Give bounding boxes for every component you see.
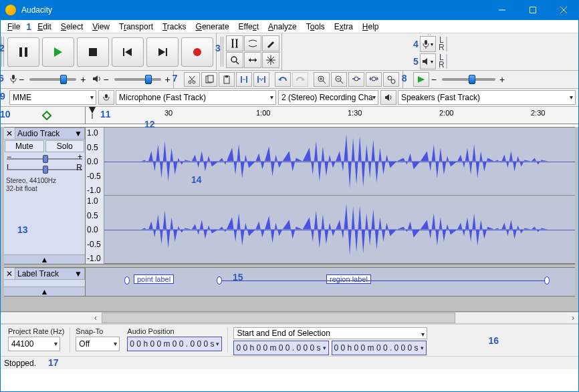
zoom-out-button[interactable]	[331, 72, 347, 87]
track-close-button[interactable]: ✕	[4, 129, 15, 138]
toolbar-grip[interactable]	[428, 34, 431, 35]
svg-line-54	[340, 81, 343, 83]
label-area[interactable]: point label 15 region label	[86, 268, 575, 296]
window-title: Audacity	[21, 5, 487, 15]
horizontal-scrollbar[interactable]: ‹ ›	[0, 312, 579, 324]
speaker-meter-icon[interactable]: ▾	[420, 53, 436, 69]
track-collapse-button[interactable]: ▲	[4, 254, 85, 264]
maximize-button[interactable]	[517, 0, 548, 20]
recording-device-dropdown[interactable]: Microphone (Fast Track)▾	[116, 90, 276, 105]
selection-end-field[interactable]: 0 0 h 0 0 m 0 0 . 0 0 0 s▾	[332, 341, 427, 355]
track-info: Stereo, 44100Hz 32-bit float	[4, 176, 85, 194]
playback-meter[interactable]: -54 -48 -42 -36 -30 -24 -18 -12 -6 0	[446, 54, 447, 69]
point-label[interactable]: point label	[127, 274, 174, 284]
solo-button[interactable]: Solo	[45, 140, 85, 152]
svg-line-20	[236, 61, 239, 64]
waveform-left[interactable]: 14	[104, 128, 575, 196]
svg-rect-41	[225, 75, 228, 77]
cut-button[interactable]	[184, 72, 200, 87]
selection-type-dropdown[interactable]: Start and End of Selection▾	[233, 327, 427, 339]
trim-button[interactable]	[236, 72, 252, 87]
stop-button[interactable]	[77, 37, 109, 67]
silence-button[interactable]	[253, 72, 269, 87]
snap-to-dropdown[interactable]: Off▾	[76, 337, 120, 351]
scroll-right-button[interactable]: ›	[567, 313, 579, 323]
undo-button[interactable]	[275, 72, 291, 87]
menu-extra[interactable]: Extra	[330, 21, 358, 32]
track-menu-button[interactable]: Label Track▼	[15, 268, 85, 280]
menu-analyze[interactable]: Analyze	[263, 21, 302, 32]
skip-end-button[interactable]	[146, 37, 179, 67]
copy-button[interactable]	[201, 72, 217, 87]
track-collapse-button[interactable]: ▲	[4, 286, 85, 296]
scroll-left-button[interactable]: ‹	[90, 313, 102, 323]
menu-select[interactable]: Select	[56, 21, 88, 32]
menu-file[interactable]: File	[3, 21, 25, 32]
mute-button[interactable]: Mute	[5, 140, 44, 152]
play-at-speed-button[interactable]	[413, 72, 429, 87]
mic-icon	[9, 74, 17, 85]
envelope-tool[interactable]	[244, 35, 261, 51]
scroll-thumb[interactable]	[102, 313, 455, 323]
redo-button[interactable]	[292, 72, 308, 87]
pan-slider[interactable]: LR	[7, 165, 82, 174]
menu-generate[interactable]: Generate	[191, 21, 234, 32]
draw-tool[interactable]	[262, 35, 279, 51]
close-button[interactable]	[548, 0, 579, 20]
recording-channels-dropdown[interactable]: 2 (Stereo) Recording Cha▾	[278, 90, 378, 105]
skip-start-button[interactable]	[112, 37, 144, 67]
multi-tool[interactable]	[262, 52, 279, 68]
recording-meter[interactable]: -54 -48 -42 Click to Start Monitoring -1…	[446, 37, 447, 51]
menu-edit[interactable]: Edit	[33, 21, 56, 32]
selection-start-field[interactable]: 0 0 h 0 0 m 0 0 . 0 0 0 s▾	[233, 341, 328, 355]
toolbar-grip[interactable]	[1, 37, 4, 67]
mixer-toolbar: 6 − + − +	[0, 71, 174, 88]
label-track-panel: ✕ Label Track▼ ▲	[4, 268, 86, 296]
region-label[interactable]: region label	[219, 274, 371, 284]
track-menu-button[interactable]: Audio Track▼	[15, 128, 85, 140]
minimize-button[interactable]	[487, 0, 517, 20]
timeline[interactable]: 10 11 30 1:00 1:30 2:00 2:30 12	[0, 107, 579, 124]
toolbar-grip[interactable]	[221, 37, 223, 67]
fit-selection-button[interactable]	[348, 72, 364, 87]
playback-speed-slider[interactable]	[442, 78, 495, 81]
menu-effect[interactable]: Effect	[234, 21, 263, 32]
audacity-logo-icon	[5, 5, 16, 15]
zoom-in-button[interactable]	[314, 72, 330, 87]
paste-button[interactable]	[219, 72, 235, 87]
play-button[interactable]	[42, 37, 74, 67]
pause-button[interactable]	[7, 37, 39, 67]
recording-volume-slider[interactable]	[29, 78, 76, 81]
svg-marker-68	[89, 107, 96, 114]
playback-volume-slider[interactable]	[114, 78, 161, 81]
vertical-scale[interactable]: 1.00.50.0-0.5-1.0	[86, 196, 104, 264]
zoom-toggle-button[interactable]	[383, 72, 399, 87]
timeshift-tool[interactable]	[244, 52, 261, 68]
gain-slider[interactable]: −+	[7, 154, 82, 164]
menu-transport[interactable]: Transport	[114, 21, 158, 32]
svg-point-62	[388, 76, 392, 80]
status-bar: Stopped. 17	[0, 356, 579, 369]
vertical-scale[interactable]: 1.00.50.0-0.5-1.0	[86, 128, 104, 196]
device-toolbar: 9 MME▾ Microphone (Fast Track)▾ 2 (Stere…	[0, 89, 579, 107]
tracks-area: ✕ Audio Track▼ Mute Solo −+ LR Stereo, 4…	[0, 127, 579, 312]
menu-tracks[interactable]: Tracks	[158, 21, 191, 32]
waveform-right[interactable]	[104, 196, 575, 264]
playback-device-dropdown[interactable]: Speakers (Fast Track)▾	[398, 90, 576, 105]
menu-view[interactable]: View	[88, 21, 114, 32]
mic-device-icon	[98, 90, 114, 105]
fit-project-button[interactable]	[366, 72, 382, 87]
record-button[interactable]	[181, 37, 213, 67]
svg-marker-9	[125, 48, 132, 56]
selection-tool[interactable]	[226, 35, 243, 51]
audio-position-field[interactable]: 0 0 h 0 0 m 0 0 . 0 0 0 s▾	[127, 337, 222, 351]
menu-tools[interactable]: Tools	[302, 21, 330, 32]
pin-icon[interactable]	[42, 111, 51, 120]
audio-host-dropdown[interactable]: MME▾	[9, 90, 96, 105]
project-rate-dropdown[interactable]: 44100▾	[8, 337, 60, 351]
svg-rect-31	[12, 75, 15, 79]
track-close-button[interactable]: ✕	[4, 269, 15, 278]
zoom-tool[interactable]	[226, 52, 243, 68]
menu-help[interactable]: Help	[358, 21, 384, 32]
mic-meter-icon[interactable]: ▾	[420, 36, 436, 52]
